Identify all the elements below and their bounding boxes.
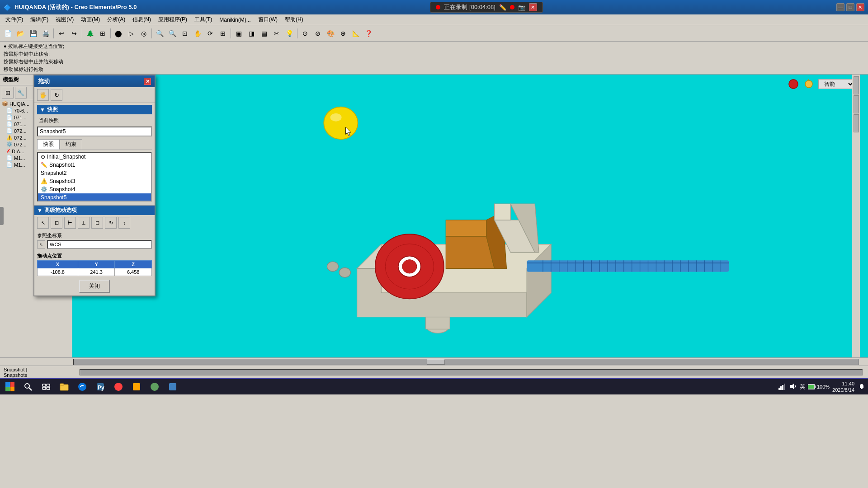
snap-item-4[interactable]: ⚙️ Snapshot4 (38, 185, 151, 193)
pan-button[interactable]: ✋ (192, 28, 203, 39)
app4-button[interactable] (165, 380, 181, 394)
dialog-title-bar[interactable]: 拖动 ✕ (34, 75, 155, 87)
edge-button[interactable]: ⊘ (312, 28, 324, 39)
window-close-button[interactable]: ✕ (856, 3, 864, 11)
open-button[interactable]: 📂 (14, 28, 26, 39)
viewport[interactable]: 智能 (72, 75, 868, 357)
current-snapshot-label: 当前快照 (37, 116, 152, 125)
svg-point-66 (151, 383, 159, 391)
svg-rect-50 (10, 382, 14, 387)
smart-select[interactable]: 智能 (818, 79, 854, 89)
undo-button[interactable]: ↩ (56, 28, 67, 39)
main-area: 模型树 ⊞ 🔧 📦 HUQIA... 📄 70-6... 📄 071... 📄 (0, 75, 868, 357)
adv-cursor-button[interactable]: ↖ (37, 217, 49, 229)
model-tree-button[interactable]: 🌲 (84, 28, 96, 39)
task-view-button[interactable] (38, 380, 54, 394)
shaded-button[interactable]: ◨ (245, 28, 257, 39)
left-edge-tab[interactable] (0, 207, 4, 225)
coord-selector-button[interactable]: ↖ (37, 240, 45, 249)
snap-item-1[interactable]: ✏️ Snapshot1 (38, 161, 151, 169)
hscroll-thumb[interactable] (427, 359, 445, 365)
app1-button[interactable] (110, 380, 127, 394)
datum-button[interactable]: ⊕ (337, 28, 349, 39)
light-button[interactable]: 💡 (283, 28, 295, 39)
adv-body-button[interactable]: ⊟ (91, 217, 103, 229)
snapshot-tab-snapshots[interactable]: 快照 (37, 139, 60, 150)
dialog-close-btn[interactable]: 关闭 (79, 280, 110, 293)
zoom-out-button[interactable]: 🔍 (154, 28, 165, 39)
menu-manikin[interactable]: Manikin(M)... (216, 16, 254, 24)
snapshot-name-input[interactable] (37, 127, 152, 136)
start-button[interactable] (2, 380, 18, 394)
wireframe-button[interactable]: ▣ (233, 28, 245, 39)
status-text: Snapshot | Snapshots (4, 367, 76, 378)
right-tab-1[interactable] (854, 76, 859, 94)
drag-rotate-button[interactable]: ↻ (51, 89, 62, 101)
adv-constraint-button[interactable]: ⊡ (51, 217, 62, 229)
snapshot-tab-constraints[interactable]: 约束 (60, 139, 82, 150)
adv-plane-button[interactable]: ⊥ (78, 217, 90, 229)
menu-animation[interactable]: 动画(M) (77, 15, 104, 24)
snap-item-2[interactable]: Snapshot2 (38, 169, 151, 177)
orient-button[interactable]: ◎ (138, 28, 150, 39)
menu-help[interactable]: 帮助(H) (281, 15, 307, 24)
edge-browser-button[interactable] (74, 380, 90, 394)
spin-button[interactable]: ⟳ (204, 28, 216, 39)
print-button[interactable]: 🖨️ (40, 28, 52, 39)
menu-analysis[interactable]: 分析(A) (104, 15, 129, 24)
annotation-button[interactable]: 📐 (350, 28, 362, 39)
file-explorer-button[interactable] (56, 380, 72, 394)
coord-name-input[interactable] (47, 240, 152, 249)
hidden-button[interactable]: ▤ (258, 28, 270, 39)
tree-item-label-5: 072... (14, 128, 27, 134)
dialog-close-button[interactable]: ✕ (144, 78, 151, 85)
save-button[interactable]: 💾 (27, 28, 39, 39)
maximize-button[interactable]: □ (846, 3, 854, 11)
tree-filter-button[interactable]: 🔧 (15, 87, 27, 99)
snap-label-3: Snapshot3 (49, 178, 75, 184)
tree-settings-button[interactable]: ⊞ (2, 87, 14, 99)
select-filter[interactable]: ⊞ (217, 28, 229, 39)
redo-button[interactable]: ↪ (68, 28, 80, 39)
python-button[interactable]: Py (92, 380, 108, 394)
notification-button[interactable] (857, 382, 866, 391)
right-tab-2[interactable] (854, 95, 859, 113)
menu-view[interactable]: 视图(V) (52, 15, 77, 24)
snap-item-initial[interactable]: ⊙ Initial_Snapshot (38, 153, 151, 161)
svg-point-64 (114, 383, 123, 391)
menu-file[interactable]: 文件(F) (2, 15, 27, 24)
advanced-section: ▼ 高级拖动选项 ↖ ⊡ ⊢ ⊥ ⊟ ↻ ↕ (34, 205, 155, 230)
menu-tools[interactable]: 工具(T) (191, 15, 216, 24)
menu-applications[interactable]: 应用程序(P) (155, 15, 191, 24)
help-icon-button[interactable]: ❓ (363, 28, 374, 39)
layer-button[interactable]: ⊞ (97, 28, 108, 39)
horizontal-scrollbar[interactable] (73, 359, 859, 365)
zoom-fit-button[interactable]: ⊡ (179, 28, 191, 39)
clip-button[interactable]: ✂ (271, 28, 283, 39)
adv-rotate-button[interactable]: ↻ (105, 217, 117, 229)
adv-point-button[interactable]: ⊢ (64, 217, 76, 229)
search-button[interactable] (20, 380, 36, 394)
snap-item-5[interactable]: Snapshot5 (38, 193, 151, 202)
drag-move-button[interactable]: 🖐 (37, 89, 49, 101)
menu-edit[interactable]: 编辑(E) (27, 15, 52, 24)
menu-window[interactable]: 窗口(W) (255, 15, 281, 24)
menu-info[interactable]: 信息(N) (129, 15, 155, 24)
red-stop-indicator[interactable] (788, 78, 799, 90)
app3-button[interactable] (146, 380, 163, 394)
new-button[interactable]: 📄 (2, 28, 14, 39)
close-icon[interactable]: ✕ (529, 3, 537, 11)
color-button[interactable]: 🎨 (325, 28, 336, 39)
display-mode2-button[interactable]: ▷ (125, 28, 137, 39)
snap-label-initial: Initial_Snapshot (47, 154, 85, 160)
display-mode-button[interactable]: ⬤ (113, 28, 124, 39)
snap-item-3[interactable]: ⚠️ Snapshot3 (38, 177, 151, 185)
app2-button[interactable] (128, 380, 145, 394)
right-tab-3[interactable] (854, 114, 859, 132)
light-indicator[interactable] (803, 78, 815, 90)
minimize-button[interactable]: — (836, 3, 844, 11)
snapshot-list[interactable]: ⊙ Initial_Snapshot ✏️ Snapshot1 Snapshot… (37, 152, 152, 202)
adv-translate-button[interactable]: ↕ (118, 217, 130, 229)
section-button[interactable]: ⊙ (299, 28, 311, 39)
zoom-in-button[interactable]: 🔍 (166, 28, 178, 39)
